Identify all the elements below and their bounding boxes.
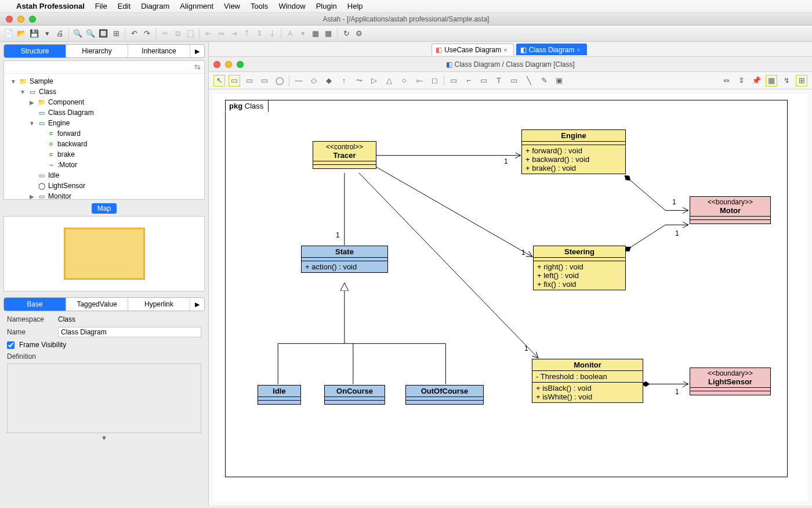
- class-oncourse[interactable]: OnCourse: [324, 385, 385, 405]
- align-top-icon[interactable]: ⤒: [241, 28, 252, 39]
- tab-overflow-icon[interactable]: ▶: [190, 45, 204, 57]
- tree-item[interactable]: =forward: [6, 128, 202, 139]
- grid-icon[interactable]: ▦: [310, 28, 321, 39]
- paste-icon[interactable]: 📋: [185, 28, 195, 39]
- cut-icon[interactable]: ✂: [160, 28, 170, 39]
- menu-plugin[interactable]: Plugin: [316, 2, 337, 10]
- prop-definition-input[interactable]: [7, 363, 201, 433]
- map-overview[interactable]: [3, 216, 205, 291]
- dependency-tool-icon[interactable]: ⤳: [353, 75, 365, 87]
- align-center-icon[interactable]: ⇔: [216, 28, 226, 39]
- color-icon[interactable]: ▾: [298, 28, 308, 39]
- pin-icon[interactable]: 📌: [751, 75, 762, 87]
- composition-tool-icon[interactable]: ◆: [323, 75, 335, 87]
- font-icon[interactable]: A: [285, 28, 295, 39]
- tree-item[interactable]: ▼📁Sample: [6, 76, 202, 87]
- menu-tools[interactable]: Tools: [251, 2, 268, 10]
- tab-usecase-diagram[interactable]: ◧ UseCase Diagram ×: [432, 44, 513, 55]
- class-monitor[interactable]: Monitor - Threshold : boolean + isBlack(…: [532, 359, 643, 403]
- class-idle[interactable]: Idle: [258, 385, 301, 405]
- align-bottom-icon[interactable]: ⤓: [267, 28, 277, 39]
- line-tool-icon[interactable]: ╲: [523, 75, 535, 87]
- tree-item[interactable]: ▭Class Diagram: [6, 107, 202, 118]
- save-icon[interactable]: 💾: [29, 28, 39, 39]
- dropdown-icon[interactable]: ▾: [42, 28, 52, 39]
- align-middle-icon[interactable]: ⇕: [254, 28, 264, 39]
- align-right-icon[interactable]: ⇥: [229, 28, 239, 39]
- class-tracer[interactable]: <<control>>Tracer: [313, 141, 376, 169]
- align-h-icon[interactable]: ⇔: [720, 75, 732, 87]
- zoom-out-icon[interactable]: 🔍: [85, 28, 96, 39]
- zoom-in-icon[interactable]: 🔍: [72, 28, 83, 39]
- align-left-icon[interactable]: ⇤: [203, 28, 213, 39]
- tree-item[interactable]: ▭Idle: [6, 170, 202, 181]
- menu-file[interactable]: File: [95, 2, 107, 10]
- app-name[interactable]: Astah Professional: [16, 2, 85, 10]
- tab-inheritance[interactable]: Inheritance: [128, 45, 190, 57]
- package-tool-icon[interactable]: ▭: [244, 75, 255, 87]
- class-tool-icon[interactable]: ▭: [259, 75, 270, 87]
- new-file-icon[interactable]: 📄: [3, 28, 14, 39]
- generalization-tool-icon[interactable]: △: [383, 75, 395, 87]
- tab-hyperlink[interactable]: Hyperlink: [128, 298, 190, 311]
- copy-icon[interactable]: ⧉: [172, 28, 183, 39]
- image-tool-icon[interactable]: ▣: [553, 75, 565, 87]
- align-v-icon[interactable]: ⇕: [735, 75, 747, 87]
- refresh-icon[interactable]: ↻: [341, 28, 351, 39]
- route-icon[interactable]: ↯: [781, 75, 792, 87]
- print-icon[interactable]: 🖨: [55, 28, 65, 39]
- rect-tool-icon[interactable]: ▭: [508, 75, 520, 87]
- arrow-tool-icon[interactable]: ↑: [338, 75, 350, 87]
- circle-tool-icon[interactable]: ○: [398, 75, 410, 87]
- anchor-tool-icon[interactable]: ⌐: [463, 75, 474, 87]
- close-icon[interactable]: ×: [503, 46, 507, 53]
- tab-hierarchy[interactable]: Hierarchy: [66, 45, 128, 57]
- interface-tool-icon[interactable]: ◯: [274, 75, 285, 87]
- menu-view[interactable]: View: [224, 2, 240, 10]
- undo-icon[interactable]: ↶: [129, 28, 139, 39]
- tab-class-diagram[interactable]: ◧ Class Diagram ×: [516, 44, 587, 55]
- prop-framevis-checkbox[interactable]: [7, 341, 14, 349]
- menu-edit[interactable]: Edit: [118, 2, 130, 10]
- tools-icon[interactable]: ⚙: [354, 28, 364, 39]
- class-steering[interactable]: Steering + right() : void+ left() : void…: [533, 246, 626, 290]
- redo-icon[interactable]: ↷: [142, 28, 152, 39]
- port-tool-icon[interactable]: ◻: [429, 75, 440, 87]
- zoom-actual-icon[interactable]: ⊞: [111, 28, 121, 39]
- tab-taggedvalue[interactable]: TaggedValue: [66, 298, 128, 311]
- note-tool-icon[interactable]: ▭: [448, 75, 459, 87]
- snap-icon[interactable]: ⊞: [796, 75, 807, 87]
- freehand-tool-icon[interactable]: ✎: [538, 75, 550, 87]
- constraint-tool-icon[interactable]: ▭: [478, 75, 490, 87]
- panel-collapse-icon[interactable]: ▼: [0, 434, 208, 441]
- menu-alignment[interactable]: Alignment: [180, 2, 213, 10]
- class-lightsensor[interactable]: <<boundary>>LightSensor: [690, 368, 771, 395]
- class-state[interactable]: State + action() : void: [301, 246, 388, 273]
- open-file-icon[interactable]: 📂: [16, 28, 27, 39]
- diagram-frame[interactable]: pkg Class: [225, 100, 788, 477]
- aggregation-tool-icon[interactable]: ◇: [308, 75, 320, 87]
- tab-structure[interactable]: Structure: [4, 45, 66, 57]
- tree-item[interactable]: ▼▭Class: [6, 87, 202, 97]
- menu-help[interactable]: Help: [347, 2, 363, 10]
- structure-tree[interactable]: ⇆ ▼📁Sample▼▭Class▶📁Component▭Class Diagr…: [3, 60, 205, 200]
- tree-item[interactable]: =backward: [6, 139, 202, 149]
- tree-sync-icon[interactable]: ⇆: [194, 63, 201, 71]
- close-icon[interactable]: ×: [577, 46, 580, 53]
- usage-tool-icon[interactable]: ⟜: [414, 75, 425, 87]
- tab-base[interactable]: Base: [4, 298, 66, 311]
- realization-tool-icon[interactable]: ▷: [368, 75, 380, 87]
- frame-tool-icon[interactable]: ▭: [229, 75, 240, 87]
- diagram-canvas[interactable]: pkg Class: [213, 94, 807, 501]
- zoom-fit-icon[interactable]: 🔲: [98, 28, 108, 39]
- class-motor[interactable]: <<boundary>>Motor: [690, 196, 771, 224]
- layout-icon[interactable]: ▦: [323, 28, 334, 39]
- gridmode-icon[interactable]: ▦: [766, 75, 777, 87]
- proptab-overflow-icon[interactable]: ▶: [190, 298, 204, 311]
- prop-name-input[interactable]: [58, 327, 201, 337]
- tree-item[interactable]: ▶▭Monitor: [6, 191, 202, 200]
- tree-item[interactable]: →:Motor: [6, 160, 202, 170]
- tree-item[interactable]: =brake: [6, 149, 202, 160]
- tree-item[interactable]: ◯LightSensor: [6, 181, 202, 191]
- class-engine[interactable]: Engine + forward() : void+ backward() : …: [521, 129, 626, 174]
